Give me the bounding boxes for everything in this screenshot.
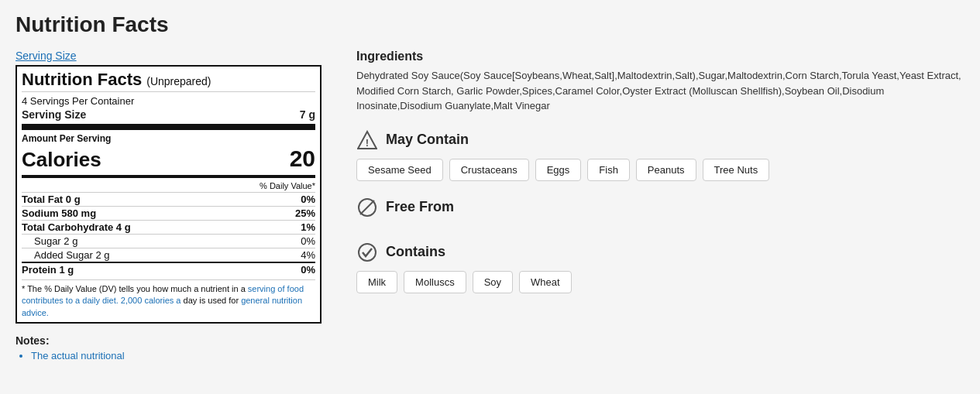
allergen-tag: Eggs	[535, 159, 582, 181]
notes-section: Notes: The actual nutritional	[15, 334, 325, 361]
serving-size-value: 7 g	[300, 108, 315, 121]
allergen-tag: Sesame Seed	[356, 159, 443, 181]
nf-header: Nutrition Facts (Unprepared)	[22, 70, 315, 92]
nutrient-label: Total Carbohydrate 4 g	[22, 221, 131, 233]
nutrient-value: 4%	[301, 249, 315, 261]
allergen-tag: Molluscs	[404, 271, 466, 293]
may-contain-header: ! May Contain	[356, 129, 965, 151]
svg-point-4	[359, 244, 376, 261]
nutrient-row: Sodium 580 mg25%	[22, 206, 315, 220]
may-contain-tags: Sesame SeedCrustaceansEggsFishPeanutsTre…	[356, 159, 965, 181]
serving-size-label: Serving Size	[22, 108, 86, 121]
left-panel: Serving Size Nutrition Facts (Unprepared…	[15, 50, 325, 361]
free-from-title: Free From	[386, 199, 454, 215]
allergen-tag: Fish	[587, 159, 630, 181]
nutrient-row: Total Carbohydrate 4 g1%	[22, 220, 315, 234]
serving-size-row: Serving Size 7 g	[22, 108, 315, 121]
nutrient-row: Sugar 2 g0%	[22, 234, 315, 248]
svg-line-3	[360, 200, 374, 214]
allergen-tag: Soy	[473, 271, 513, 293]
free-from-header: Free From	[356, 197, 965, 218]
allergen-tag: Milk	[356, 271, 397, 293]
calories-value: 20	[290, 146, 315, 172]
nutrient-row: Protein 1 g0%	[22, 262, 315, 276]
medium-divider	[22, 175, 315, 178]
thick-divider	[22, 124, 315, 130]
contains-section: Contains MilkMolluscsSoyWheat	[356, 242, 965, 293]
allergen-tag: Tree Nuts	[703, 159, 770, 181]
ingredients-text: Dehydrated Soy Sauce(Soy Sauce[Soybeans,…	[356, 68, 965, 114]
notes-list: The actual nutritional	[15, 350, 325, 361]
contains-header: Contains	[356, 242, 965, 263]
ingredients-title: Ingredients	[356, 50, 965, 63]
allergen-tag: Peanuts	[636, 159, 696, 181]
serving-size-link[interactable]: Serving Size	[15, 50, 77, 62]
nf-subtitle: (Unprepared)	[146, 75, 211, 87]
svg-text:!: !	[366, 137, 369, 149]
nutrient-label: Sugar 2 g	[34, 235, 77, 247]
footnote: * The % Daily Value (DV) tells you how m…	[22, 279, 315, 319]
nutrient-value: 0%	[301, 235, 315, 247]
nutrient-label: Protein 1 g	[22, 264, 74, 276]
calories-label: Calories	[22, 148, 101, 172]
free-from-section: Free From	[356, 197, 965, 226]
may-contain-title: May Contain	[386, 132, 469, 148]
list-item: The actual nutritional	[31, 350, 325, 361]
nutrient-value: 0%	[301, 264, 315, 276]
nutrient-value: 25%	[295, 207, 315, 219]
nutrient-label: Total Fat 0 g	[22, 194, 81, 205]
warning-icon: !	[356, 129, 378, 151]
ingredients-section: Ingredients Dehydrated Soy Sauce(Soy Sau…	[356, 50, 965, 114]
contains-tags: MilkMolluscsSoyWheat	[356, 271, 965, 293]
allergen-tag: Crustaceans	[449, 159, 529, 181]
nutrient-value: 1%	[301, 221, 315, 233]
servings-per-container: 4 Servings Per Container	[22, 95, 315, 107]
prohibited-icon	[356, 197, 378, 218]
notes-title: Notes:	[15, 334, 325, 347]
nutrient-row: Added Sugar 2 g4%	[22, 248, 315, 262]
nf-title: Nutrition Facts	[22, 70, 142, 90]
nutrient-row: Total Fat 0 g0%	[22, 192, 315, 206]
nutrient-label: Added Sugar 2 g	[34, 249, 110, 261]
dv-header: % Daily Value*	[22, 181, 315, 190]
may-contain-section: ! May Contain Sesame SeedCrustaceansEggs…	[356, 129, 965, 181]
nutrient-value: 0%	[301, 194, 315, 205]
contains-title: Contains	[386, 244, 445, 260]
calories-row: Calories 20	[22, 146, 315, 172]
amount-per-serving-label: Amount Per Serving	[22, 133, 315, 144]
checkmark-icon	[356, 242, 378, 263]
right-panel: Ingredients Dehydrated Soy Sauce(Soy Sau…	[356, 50, 965, 309]
nutrition-facts-box: Nutrition Facts (Unprepared) 4 Servings …	[15, 65, 322, 324]
nutrient-label: Sodium 580 mg	[22, 207, 96, 219]
allergen-tag: Wheat	[519, 271, 572, 293]
nutrient-rows: Total Fat 0 g0%Sodium 580 mg25%Total Car…	[22, 192, 315, 276]
page-title: Nutrition Facts	[15, 12, 965, 37]
